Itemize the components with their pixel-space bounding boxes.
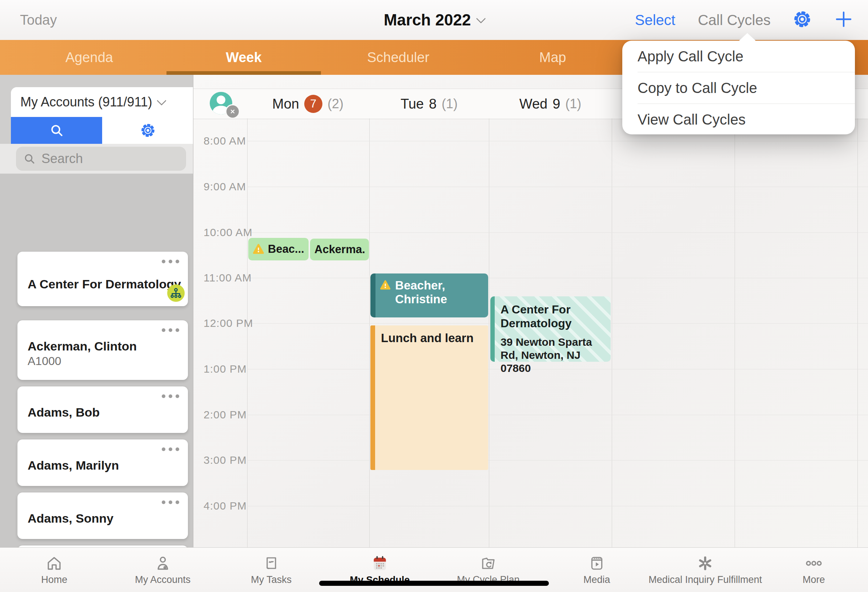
- chevron-down-icon: [476, 13, 486, 23]
- event-ackerman-short[interactable]: Ackerma...: [310, 239, 369, 261]
- media-icon: [588, 555, 605, 572]
- day-header-mon[interactable]: Mon 7 (2): [247, 89, 369, 119]
- tab-map[interactable]: Map: [475, 40, 630, 75]
- time-label: 8:00 AM: [204, 135, 245, 147]
- more-options-icon[interactable]: [162, 501, 179, 504]
- page-title: March 2022: [384, 11, 471, 29]
- day-header-tue[interactable]: Tue 8 (1): [369, 89, 489, 119]
- remove-filter-badge-icon[interactable]: [225, 104, 240, 119]
- warning-icon: [380, 278, 391, 292]
- menu-item-apply-call-cycle[interactable]: Apply Call Cycle: [622, 41, 855, 72]
- month-selector[interactable]: March 2022: [384, 11, 484, 29]
- cycle-plan-folder-icon: [480, 555, 497, 572]
- select-button[interactable]: Select: [635, 12, 675, 28]
- popover-arrow: [738, 33, 757, 42]
- star-of-life-icon: [697, 555, 714, 572]
- week-calendar: Mon 7 (2) Tue 8 (1) Wed 9 (1) 8:00 AM: [193, 75, 868, 548]
- menu-item-copy-to-call-cycle[interactable]: Copy to Call Cycle: [622, 72, 855, 103]
- call-cycles-menu: Apply Call Cycle Copy to Call Cycle View…: [622, 41, 855, 134]
- active-tab-underline: [167, 71, 321, 75]
- search-icon: [23, 153, 35, 165]
- event-lunch-and-learn[interactable]: Lunch and learn: [371, 325, 488, 470]
- time-label: 11:00 AM: [204, 272, 245, 284]
- nav-media[interactable]: Media: [543, 548, 651, 592]
- time-label: 12:00 PM: [204, 317, 245, 330]
- more-icon: [805, 555, 822, 572]
- day-header-wed[interactable]: Wed 9 (1): [489, 89, 612, 119]
- account-list: A Center For Dermatology Ackerman, Clint…: [0, 174, 193, 548]
- menu-item-view-call-cycles[interactable]: View Call Cycles: [622, 104, 855, 135]
- time-label: 4:00 PM: [204, 500, 245, 512]
- sidebar-tab-search[interactable]: [11, 117, 102, 144]
- org-hierarchy-icon[interactable]: [167, 284, 185, 302]
- account-filter-label: My Accounts (911/911): [20, 94, 152, 110]
- nav-my-tasks[interactable]: My Tasks: [217, 548, 326, 592]
- more-options-icon[interactable]: [162, 448, 179, 451]
- more-options-icon[interactable]: [162, 395, 179, 398]
- account-filter-dropdown[interactable]: My Accounts (911/911): [11, 87, 193, 117]
- more-options-icon[interactable]: [162, 328, 179, 332]
- calendar-icon: [371, 554, 389, 572]
- event-center-for-dermatology[interactable]: A Center For Dermatology 39 Newton Spart…: [490, 296, 611, 362]
- person-icon: [154, 555, 171, 572]
- tab-scheduler[interactable]: Scheduler: [321, 40, 475, 75]
- sidebar-tab-settings[interactable]: [102, 117, 193, 144]
- search-icon: [49, 123, 64, 138]
- time-label: 9:00 AM: [204, 181, 245, 193]
- gear-icon: [140, 123, 156, 138]
- warning-icon: [252, 243, 264, 255]
- nav-my-accounts[interactable]: My Accounts: [109, 548, 217, 592]
- call-cycles-button[interactable]: Call Cycles: [698, 12, 771, 28]
- account-card[interactable]: A Center For Dermatology: [18, 252, 188, 306]
- tab-week[interactable]: Week: [167, 40, 321, 75]
- event-beacher-christine[interactable]: Beacher, Christine: [371, 274, 488, 317]
- nav-home[interactable]: Home: [0, 548, 109, 592]
- selected-day-badge: 7: [304, 95, 322, 113]
- time-label: 3:00 PM: [204, 454, 245, 466]
- account-card[interactable]: Ackerman, Clinton A1000: [18, 320, 188, 380]
- search-input[interactable]: [41, 151, 180, 167]
- today-button[interactable]: Today: [20, 12, 57, 28]
- nav-more[interactable]: More: [760, 548, 868, 592]
- settings-gear-icon[interactable]: [793, 10, 811, 30]
- more-options-icon[interactable]: [162, 260, 179, 263]
- account-card[interactable]: Adams, Marilyn: [18, 439, 188, 486]
- time-label: 1:00 PM: [204, 363, 245, 375]
- tab-agenda[interactable]: Agenda: [12, 40, 167, 75]
- account-card[interactable]: Adams, Sonny: [18, 492, 188, 539]
- calendar-grid[interactable]: 8:00 AM 9:00 AM 10:00 AM 11:00 AM 12:00 …: [193, 118, 868, 548]
- accounts-sidebar: My Accounts (911/911) A Center For: [0, 75, 193, 548]
- time-label: 10:00 AM: [204, 226, 245, 239]
- chevron-down-icon: [156, 96, 167, 105]
- tasks-icon: [263, 555, 280, 572]
- nav-medical-inquiry-fulfillment[interactable]: Medical Inquiry Fulfillment: [651, 548, 760, 592]
- account-card[interactable]: Adams, Bob: [18, 386, 188, 433]
- home-icon: [46, 555, 63, 572]
- search-field[interactable]: [16, 147, 186, 171]
- time-label: 2:00 PM: [204, 409, 245, 421]
- home-indicator[interactable]: [319, 581, 549, 586]
- event-beacher-short[interactable]: Beac...: [248, 238, 309, 261]
- add-icon[interactable]: [834, 9, 853, 31]
- search-row: [0, 144, 193, 174]
